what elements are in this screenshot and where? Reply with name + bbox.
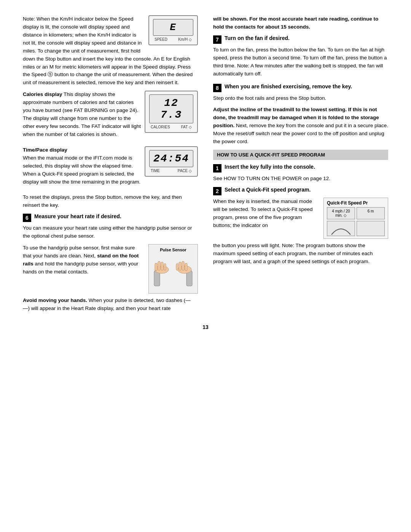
step6-title: Measure your heart rate if desired. bbox=[34, 213, 121, 219]
qf-graph-cell2 bbox=[357, 221, 385, 236]
timepace-labels: TIME PACE ◇ bbox=[149, 169, 193, 173]
reset-note: To reset the displays, press the Stop bu… bbox=[23, 193, 198, 209]
right-step2-header: 2 Select a Quick-Fit speed program. bbox=[213, 187, 388, 195]
calories-screen-text: 12 7.3 bbox=[153, 97, 190, 121]
time-label-left: TIME bbox=[151, 169, 160, 173]
svg-rect-6 bbox=[155, 263, 157, 271]
timepace-text: Time/Pace display When the manual mode o… bbox=[23, 146, 141, 190]
page-layout: E SPEED Km/H ◇ Note: When the Km/H indic… bbox=[23, 15, 388, 316]
svg-rect-12 bbox=[182, 261, 184, 270]
right-step2-section: 2 Select a Quick-Fit speed program. When… bbox=[213, 187, 388, 266]
quickfit-cell2: 6 m bbox=[357, 207, 385, 219]
svg-rect-7 bbox=[158, 261, 160, 270]
calories-display: 12 7.3 CALORIES FAT ◇ bbox=[145, 91, 198, 133]
step8-section: 8 When you are finished exercising, remo… bbox=[213, 83, 388, 146]
pulse-sensor-label: Pulse Sensor bbox=[160, 248, 186, 252]
step8-body2: Adjust the incline of the treadmill to t… bbox=[213, 106, 388, 146]
step2-body2: the button you press will light. Note: T… bbox=[213, 242, 388, 266]
speed-screen: E bbox=[153, 19, 193, 36]
calories-title: Calories display bbox=[23, 91, 62, 97]
calories-section: Calories display This display shows the … bbox=[23, 91, 198, 142]
step7-header: 7 Turn on the fan if desired. bbox=[213, 35, 388, 44]
timepace-display: 24:54 TIME PACE ◇ bbox=[145, 146, 198, 177]
speed-display: E SPEED Km/H ◇ bbox=[148, 15, 198, 45]
calories-label-right: FAT ◇ bbox=[181, 125, 192, 129]
step7-section: 7 Turn on the fan if desired. To turn on… bbox=[213, 35, 388, 78]
pulse-sensor-image: Pulse Sensor bbox=[148, 244, 198, 294]
step6-body2: To use the handgrip pulse sensor, first … bbox=[23, 244, 145, 276]
how-to-box: HOW TO USE A QUICK-FIT SPEED PROGRAM bbox=[213, 150, 388, 160]
right-step2-number: 2 bbox=[213, 187, 221, 195]
right-step1-title: Insert the key fully into the console. bbox=[225, 164, 315, 170]
quickfit-graph bbox=[327, 221, 385, 236]
svg-rect-9 bbox=[164, 264, 166, 270]
speed-section: E SPEED Km/H ◇ Note: When the Km/H indic… bbox=[23, 15, 198, 91]
timepace-title: Time/Pace display bbox=[23, 147, 67, 153]
calories-screen: 12 7.3 bbox=[149, 94, 193, 123]
svg-rect-13 bbox=[185, 263, 187, 271]
quickfit-title: Quick-Fit Speed Pr bbox=[327, 200, 385, 206]
step8-header: 8 When you are finished exercising, remo… bbox=[213, 83, 388, 92]
right-step2-title: Select a Quick-Fit speed program. bbox=[225, 187, 311, 193]
qf-graph-svg1 bbox=[330, 221, 352, 236]
intro-bold: will be shown. For the most accurate hea… bbox=[213, 16, 378, 30]
step6-body2-post: and hold the handgrip pulse sensor, with… bbox=[23, 261, 138, 275]
timepace-body: When the manual mode or the iFIT.com mod… bbox=[23, 155, 140, 185]
step6-number: 6 bbox=[23, 214, 31, 222]
qf-graph-cell1 bbox=[327, 221, 355, 236]
pulse-sensor-text: To use the handgrip pulse sensor, first … bbox=[23, 244, 145, 294]
step7-body: To turn on the fan, press the button bel… bbox=[213, 46, 388, 78]
step8-number: 8 bbox=[213, 84, 221, 92]
speed-label-right: Km/H ◇ bbox=[178, 37, 192, 42]
step6-section: 6 Measure your heart rate if desired. Yo… bbox=[23, 213, 198, 313]
speed-label-left: SPEED bbox=[155, 37, 167, 42]
right-step1-number: 1 bbox=[213, 164, 221, 173]
how-to-title: HOW TO USE A QUICK-FIT SPEED PROGRAM bbox=[217, 152, 325, 158]
time-label-right: PACE ◇ bbox=[178, 169, 192, 173]
page-number: 13 bbox=[23, 324, 388, 330]
step6-body1: You can measure your heart rate using ei… bbox=[23, 224, 198, 240]
calories-text: Calories display This display shows the … bbox=[23, 91, 141, 142]
right-step1-section: 1 Insert the key fully into the console.… bbox=[213, 164, 388, 183]
step8-body1: Step onto the foot rails and press the S… bbox=[213, 94, 388, 102]
calories-label-left: CALORIES bbox=[151, 125, 170, 129]
pulse-sensor-svg bbox=[150, 250, 196, 288]
speed-labels: SPEED Km/H ◇ bbox=[153, 37, 193, 42]
left-column: E SPEED Km/H ◇ Note: When the Km/H indic… bbox=[23, 15, 198, 316]
svg-rect-8 bbox=[161, 262, 163, 270]
step8-body3: Next, remove the key from the console an… bbox=[213, 123, 388, 144]
quickfit-row1: 4 mph / 20 min. ◇ 6 m bbox=[327, 207, 385, 219]
right-step1-header: 1 Insert the key fully into the console. bbox=[213, 164, 388, 173]
step7-number: 7 bbox=[213, 35, 221, 44]
right-column: will be shown. For the most accurate hea… bbox=[213, 15, 388, 316]
svg-rect-11 bbox=[179, 262, 181, 270]
timepace-inline: Time/Pace display When the manual mode o… bbox=[23, 146, 198, 190]
calories-labels: CALORIES FAT ◇ bbox=[149, 125, 193, 129]
speed-screen-text: E bbox=[170, 22, 177, 33]
pulse-sensor-section: To use the handgrip pulse sensor, first … bbox=[23, 244, 198, 294]
quickfit-cell1: 4 mph / 20 min. ◇ bbox=[327, 207, 355, 219]
timepace-screen-text: 24:54 bbox=[153, 153, 189, 165]
step8-title: When you are finished exercising, remove… bbox=[225, 83, 352, 89]
step6-avoid-bold: Avoid moving your hands. bbox=[23, 297, 87, 303]
quickfit-box: Quick-Fit Speed Pr 4 mph / 20 min. ◇ 6 m bbox=[323, 198, 388, 239]
timepace-para: Time/Pace display When the manual mode o… bbox=[23, 146, 141, 186]
right-step1-body: See HOW TO TURN ON THE POWER on page 12. bbox=[213, 175, 388, 183]
step2-body1: When the key is inserted, the manual mod… bbox=[213, 198, 320, 230]
calories-para: Calories display This display shows the … bbox=[23, 91, 141, 139]
intro-para: will be shown. For the most accurate hea… bbox=[213, 15, 388, 31]
calories-body: This display shows the approximate numbe… bbox=[23, 91, 141, 137]
page-number-text: 13 bbox=[202, 324, 209, 330]
timepace-screen: 24:54 bbox=[149, 150, 193, 167]
step6-header: 6 Measure your heart rate if desired. bbox=[23, 213, 198, 222]
step7-title: Turn on the fan if desired. bbox=[225, 35, 290, 41]
svg-rect-10 bbox=[176, 264, 178, 270]
timepace-section: Time/Pace display When the manual mode o… bbox=[23, 146, 198, 209]
step6-body3: Avoid moving your hands. When your pulse… bbox=[23, 297, 198, 313]
step2-inline: When the key is inserted, the manual mod… bbox=[213, 198, 388, 239]
